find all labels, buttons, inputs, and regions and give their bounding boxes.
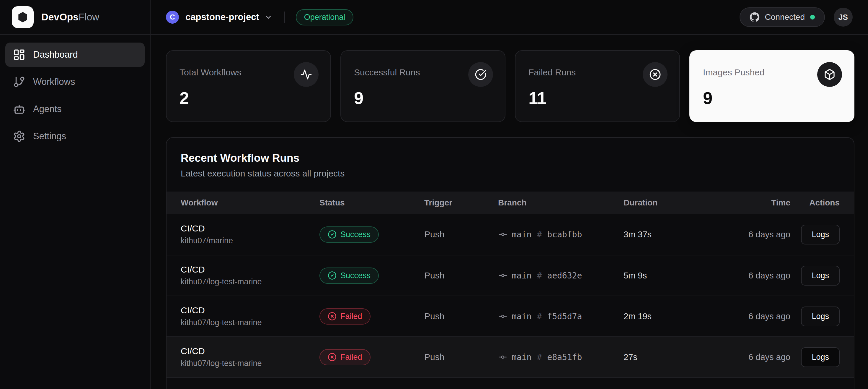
- sidebar-item-agents[interactable]: Agents: [5, 97, 145, 121]
- status-success-icon: [328, 230, 337, 239]
- table-row: CI/CD kithu07/log-test-marine Success Pu…: [166, 255, 854, 296]
- duration-cell: 27s: [624, 352, 717, 362]
- branch-name: main: [512, 311, 531, 321]
- package-icon: [824, 68, 836, 80]
- commit-hash: bcabfbb: [547, 230, 582, 240]
- status-label: Success: [340, 271, 371, 280]
- stat-card-images-pushed: Images Pushed 9: [689, 50, 855, 122]
- status-badge: Success: [319, 226, 379, 243]
- sidebar-item-settings[interactable]: Settings: [5, 124, 145, 148]
- stat-value: 9: [703, 88, 841, 108]
- trigger-cell: Push: [424, 229, 498, 240]
- time-cell: 6 days ago: [717, 230, 790, 240]
- sidebar-item-dashboard[interactable]: Dashboard: [5, 43, 145, 67]
- git-commit-icon: [498, 311, 507, 321]
- sidebar-item-workflows[interactable]: Workflows: [5, 70, 145, 94]
- actions-cell: Logs: [790, 307, 840, 326]
- logs-button[interactable]: Logs: [801, 225, 840, 245]
- check-circle-icon: [475, 68, 487, 80]
- user-avatar[interactable]: JS: [834, 8, 852, 27]
- status-cell: Success: [319, 268, 424, 284]
- git-commit-icon: [498, 230, 507, 239]
- col-duration: Duration: [624, 198, 717, 207]
- duration-cell: 3m 37s: [624, 230, 717, 240]
- project-selector[interactable]: C capstone-project: [166, 11, 273, 24]
- status-cell: Success: [319, 226, 424, 243]
- status-failed-icon: [328, 353, 337, 362]
- commit-hash: f5d5d7a: [547, 311, 582, 321]
- sidebar-item-label: Dashboard: [33, 49, 78, 60]
- project-avatar: C: [166, 11, 179, 24]
- brand: DevOpsFlow: [0, 0, 150, 35]
- dashboard-icon: [13, 49, 25, 61]
- sidebar-nav: Dashboard Workflows Agents Settings: [0, 35, 150, 156]
- logs-button[interactable]: Logs: [801, 347, 840, 367]
- connection-status-dot: [810, 15, 815, 20]
- stat-value: 9: [354, 88, 492, 108]
- x-circle-icon: [649, 68, 661, 80]
- commit-hash: e8a51fb: [547, 352, 582, 362]
- status-badge: Failed: [319, 308, 371, 325]
- duration-cell: 5m 9s: [624, 271, 717, 280]
- col-branch: Branch: [498, 198, 624, 207]
- workflow-repo: kithu07/log-test-marine: [181, 277, 319, 286]
- table-header-row: Workflow Status Trigger Branch Duration …: [166, 192, 854, 214]
- actions-cell: Logs: [790, 347, 840, 367]
- hash-separator: #: [537, 271, 542, 280]
- sidebar-item-label: Agents: [33, 104, 62, 114]
- recent-runs-card: Recent Workflow Runs Latest execution st…: [166, 137, 855, 389]
- col-actions: Actions: [790, 198, 840, 207]
- operational-status-badge: Operational: [296, 9, 354, 25]
- time-cell: 6 days ago: [717, 352, 790, 362]
- workflow-cell: CI/CD kithu07/log-test-marine: [181, 265, 319, 286]
- branch-name: main: [512, 230, 531, 240]
- table-title: Recent Workflow Runs: [181, 152, 840, 164]
- actions-cell: Logs: [790, 266, 840, 285]
- status-badge: Success: [319, 268, 379, 284]
- gear-icon: [13, 130, 25, 142]
- branch-cell: main # f5d5d7a: [498, 311, 624, 321]
- time-cell: 6 days ago: [717, 271, 790, 280]
- branch-cell: main # bcabfbb: [498, 230, 624, 240]
- main-content: Total Workflows 2 Successful Runs 9 Fail…: [151, 35, 868, 389]
- hash-separator: #: [537, 352, 542, 362]
- chevron-down-icon: [264, 13, 273, 22]
- stat-card-successful-runs: Successful Runs 9: [340, 50, 505, 122]
- table-body: CI/CD kithu07/marine Success Push main #…: [166, 214, 854, 377]
- workflow-name: CI/CD: [181, 265, 319, 275]
- hash-separator: #: [537, 230, 542, 240]
- col-workflow: Workflow: [181, 198, 319, 207]
- stat-value: 2: [180, 88, 317, 108]
- hash-separator: #: [537, 311, 542, 321]
- workflow-cell: CI/CD kithu07/log-test-marine: [181, 305, 319, 327]
- stat-card-total-workflows: Total Workflows 2: [166, 50, 331, 122]
- workflow-cell: CI/CD kithu07/marine: [181, 223, 319, 245]
- sidebar: DevOpsFlow Dashboard Workflows Agents Se…: [0, 0, 151, 389]
- connection-label: Connected: [765, 12, 805, 22]
- git-branch-icon: [13, 76, 25, 88]
- trigger-cell: Push: [424, 311, 498, 321]
- workflow-repo: kithu07/log-test-marine: [181, 359, 319, 368]
- workflow-repo: kithu07/log-test-marine: [181, 318, 319, 327]
- trigger-cell: Push: [424, 271, 498, 280]
- stat-card-failed-runs: Failed Runs 11: [515, 50, 680, 122]
- divider: [284, 11, 285, 23]
- brand-name: DevOpsFlow: [41, 11, 99, 23]
- trigger-cell: Push: [424, 352, 498, 362]
- status-label: Failed: [340, 312, 362, 321]
- logs-button[interactable]: Logs: [801, 307, 840, 326]
- branch-cell: main # aed632e: [498, 271, 624, 280]
- git-commit-icon: [498, 352, 507, 362]
- sidebar-item-label: Settings: [33, 131, 66, 142]
- status-cell: Failed: [319, 308, 424, 325]
- bot-icon: [13, 103, 25, 115]
- github-connected-pill[interactable]: Connected: [740, 7, 825, 27]
- app-logo-icon: [12, 6, 34, 28]
- logs-button[interactable]: Logs: [801, 266, 840, 285]
- workflow-repo: kithu07/marine: [181, 236, 319, 245]
- stat-value: 11: [528, 88, 666, 108]
- commit-hash: aed632e: [547, 271, 582, 280]
- table-next-row-partial: [166, 377, 854, 389]
- col-status: Status: [319, 198, 424, 207]
- project-name: capstone-project: [185, 12, 259, 23]
